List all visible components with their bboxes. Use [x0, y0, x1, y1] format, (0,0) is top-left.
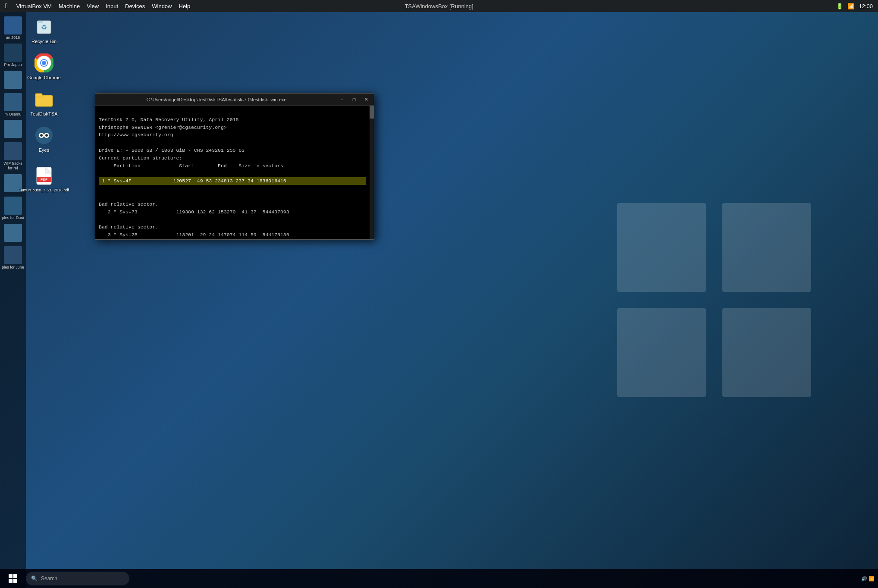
close-button[interactable]: ✕	[362, 96, 370, 103]
sidebar-section-5	[0, 120, 26, 139]
line-1: TestDisk 7.0, Data Recovery Utility, Apr…	[99, 117, 238, 122]
mac-menubar:  VirtualBox VM Machine View Input Devic…	[0, 0, 878, 12]
terminal-title: C:\Users\angel\Desktop\TestDiskTSA\testd…	[99, 97, 334, 102]
sidebar-block-3[interactable]	[4, 71, 22, 89]
eyes-icon-item[interactable]: Eyes	[27, 125, 61, 153]
terminal-window[interactable]: C:\Users\angel\Desktop\TestDiskTSA\testd…	[95, 93, 374, 240]
google-chrome-icon-item[interactable]: Google Chrome	[27, 53, 61, 80]
sidebar-label-1: an 2016	[6, 35, 20, 40]
line-partition-2: 2 * Sys=73 119380 132 62 153270 41 37 54…	[99, 209, 289, 215]
sidebar-section-2: Pro Japan	[0, 44, 26, 67]
sidebar-block-8[interactable]	[4, 197, 22, 215]
sidebar-label-10: ples for June	[2, 265, 24, 270]
menu-window[interactable]: Window	[152, 3, 172, 9]
menu-virtualboxvm[interactable]: VirtualBox VM	[16, 3, 52, 9]
terminal-titlebar: C:\Users\angel\Desktop\TestDiskTSA\testd…	[95, 94, 374, 106]
search-icon: 🔍	[31, 575, 38, 582]
window-title: TSAWindowsBox [Running]	[405, 3, 473, 9]
menu-devices[interactable]: Devices	[125, 3, 145, 9]
sidebar-section-4: m Osamu	[0, 93, 26, 117]
line-partition-header2: Partition Start End Size in sectors	[99, 163, 283, 169]
line-partition-header1: Current partition structure:	[99, 155, 182, 161]
menu-help[interactable]: Help	[179, 3, 191, 9]
recycle-bin-icon: ♻	[34, 16, 54, 37]
pdf-file-icon: PDF	[34, 166, 54, 186]
sidebar-label-2: Pro Japan	[4, 63, 22, 67]
sidebar-section-10: ples for June	[0, 246, 26, 270]
sidebar-block-9[interactable]	[4, 224, 22, 242]
line-bad-2: Bad relative sector.	[99, 224, 158, 230]
line-blank-2	[99, 171, 102, 176]
svg-rect-24	[13, 579, 17, 583]
maximize-button[interactable]: □	[350, 96, 358, 103]
system-icons: 🔊 📶	[861, 576, 875, 582]
sidebar-block-1[interactable]	[4, 16, 22, 34]
taskbar-start-button[interactable]	[3, 569, 22, 588]
sidebar-section-1: an 2016	[0, 16, 26, 40]
sidebar-section-8: ples for Dani	[0, 197, 26, 220]
line-partition-1: 1 * Sys=4F 120527 49 53 234813 237 34 18…	[99, 177, 366, 185]
pdf-icon-item[interactable]: PDF TemurHouse_7_21_2016.pdf	[27, 166, 61, 192]
eyes-icon	[34, 125, 54, 146]
wifi-icon: 📶	[847, 3, 854, 9]
menu-machine[interactable]: Machine	[59, 3, 80, 9]
menu-input[interactable]: Input	[106, 3, 118, 9]
testdisktsa-label: TestDiskTSA	[31, 111, 58, 116]
line-blank-1	[99, 140, 102, 145]
recycle-bin-label: Recycle Bin	[31, 39, 56, 44]
sidebar-label-6: WIP tracks for ref	[1, 161, 25, 171]
svg-rect-12	[35, 94, 42, 97]
svg-rect-3	[722, 308, 811, 397]
svg-point-10	[42, 61, 46, 65]
sidebar-block-10[interactable]	[4, 246, 22, 264]
svg-rect-0	[617, 203, 706, 292]
windows-logo-watermark	[585, 192, 844, 408]
sidebar-section-9	[0, 224, 26, 243]
svg-rect-22	[13, 574, 17, 578]
sidebar-label-4: m Osamu	[4, 112, 21, 117]
svg-rect-23	[9, 579, 13, 583]
clock: 12:00	[859, 3, 873, 9]
testdisktsa-folder-icon	[34, 89, 54, 109]
svg-text:PDF: PDF	[41, 178, 47, 181]
terminal-scrollbar[interactable]	[370, 106, 374, 239]
sidebar-section-6: WIP tracks for ref	[0, 142, 26, 171]
left-sidebar: an 2016 Pro Japan m Osamu WIP tracks for…	[0, 12, 26, 588]
taskbar-search-box[interactable]: 🔍 Search	[26, 572, 129, 585]
search-placeholder: Search	[41, 575, 57, 582]
svg-text:♻: ♻	[41, 24, 47, 31]
windows-desktop: an 2016 Pro Japan m Osamu WIP tracks for…	[0, 12, 878, 588]
svg-rect-5	[37, 21, 43, 23]
line-2: Christophe GRENIER <grenier@cgsecurity.o…	[99, 125, 227, 130]
menubar-right: 🔋 📶 12:00	[836, 3, 873, 9]
recycle-bin-icon-item[interactable]: ♻ Recycle Bin	[27, 16, 61, 44]
sidebar-block-4[interactable]	[4, 93, 22, 111]
chrome-icon	[34, 53, 54, 73]
svg-point-17	[45, 134, 48, 137]
desktop-icons-area: ♻ Recycle Bin	[27, 16, 61, 192]
testdisktsa-icon-item[interactable]: TestDiskTSA	[27, 89, 61, 116]
terminal-scrollbar-thumb	[370, 106, 374, 119]
line-3: http://www.cgsecurity.org	[99, 132, 173, 138]
sidebar-section-3	[0, 71, 26, 90]
svg-rect-21	[9, 574, 13, 578]
sidebar-label-8: ples for Dani	[2, 216, 24, 220]
terminal-body: TestDisk 7.0, Data Recovery Utility, Apr…	[95, 106, 374, 239]
line-blank-3	[99, 194, 102, 199]
sidebar-block-2[interactable]	[4, 44, 22, 62]
eyes-label: Eyes	[39, 147, 49, 153]
battery-icon: 🔋	[836, 3, 843, 9]
terminal-text-content: TestDisk 7.0, Data Recovery Utility, Apr…	[95, 106, 370, 239]
svg-point-16	[40, 134, 43, 137]
sidebar-block-5[interactable]	[4, 120, 22, 138]
svg-rect-1	[722, 203, 811, 292]
sidebar-block-6[interactable]	[4, 142, 22, 160]
svg-rect-2	[617, 308, 706, 397]
chrome-label: Google Chrome	[27, 75, 61, 80]
menu-view[interactable]: View	[87, 3, 99, 9]
line-blank-4	[99, 216, 102, 222]
minimize-button[interactable]: −	[338, 96, 346, 103]
apple-menu[interactable]: 	[5, 2, 8, 10]
line-bad-1: Bad relative sector.	[99, 201, 158, 207]
windows-taskbar: 🔍 Search 🔊 📶	[0, 569, 878, 588]
